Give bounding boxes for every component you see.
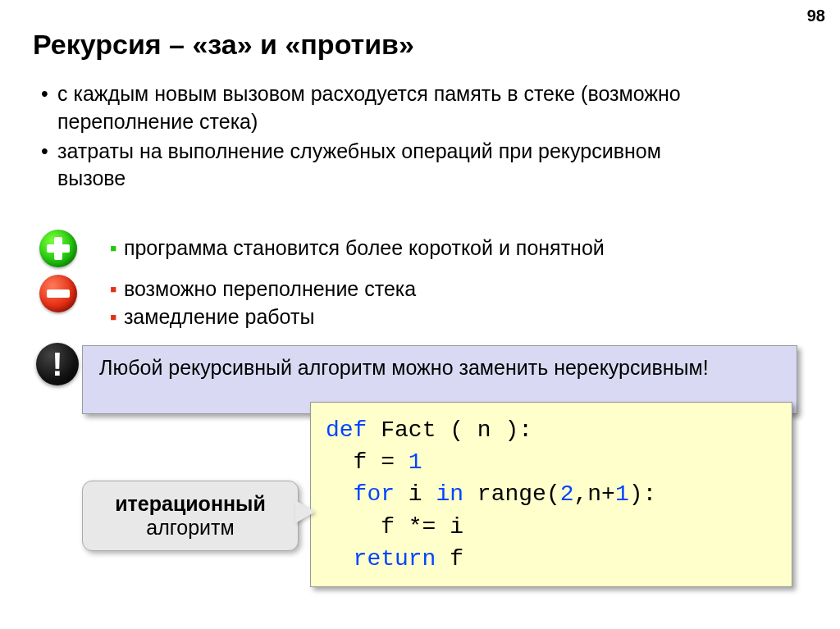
minus-icon	[39, 275, 77, 312]
square-bullet-icon: ▪	[110, 277, 117, 300]
keyword-for: for	[354, 481, 395, 507]
code-line: def Fact ( n ):	[326, 414, 777, 446]
code-line: f = 1	[326, 446, 777, 478]
pro-text: программа становится более короткой и по…	[124, 236, 605, 259]
code-line: f *= i	[326, 511, 777, 543]
slide-title: Рекурсия – «за» и «против»	[33, 29, 414, 61]
con-text: замедление работы	[124, 305, 315, 328]
main-bullets: • с каждым новым вызовом расходуется пам…	[41, 80, 730, 194]
algorithm-label: итерационный алгоритм	[82, 481, 299, 551]
keyword-def: def	[326, 417, 367, 443]
bullet-dot: •	[41, 80, 57, 136]
code-line: for i in range(2,n+1):	[326, 478, 777, 510]
square-bullet-icon: ▪	[110, 236, 117, 259]
keyword-return: return	[354, 546, 436, 572]
code-line: return f	[326, 543, 777, 575]
label-line: итерационный	[115, 492, 266, 516]
bullet-text: с каждым новым вызовом расходуется памят…	[57, 80, 730, 136]
bullet-item: • с каждым новым вызовом расходуется пам…	[41, 80, 730, 136]
con-text: возможно переполнение стека	[124, 277, 416, 300]
page-number: 98	[807, 7, 825, 25]
bullet-dot: •	[41, 138, 57, 194]
con-item: ▪замедление работы	[110, 305, 314, 329]
callout-pointer-icon	[295, 500, 315, 523]
label-line: алгоритм	[146, 516, 234, 540]
plus-icon	[39, 230, 77, 267]
pro-item: ▪программа становится более короткой и п…	[110, 236, 605, 260]
exclamation-icon: !	[36, 343, 79, 385]
con-item: ▪возможно переполнение стека	[110, 277, 416, 301]
square-bullet-icon: ▪	[110, 305, 117, 328]
keyword-in: in	[436, 481, 463, 507]
bullet-text: затраты на выполнение служебных операций…	[57, 138, 730, 194]
bullet-item: • затраты на выполнение служебных операц…	[41, 138, 730, 194]
code-block: def Fact ( n ): f = 1 for i in range(2,n…	[310, 402, 792, 587]
